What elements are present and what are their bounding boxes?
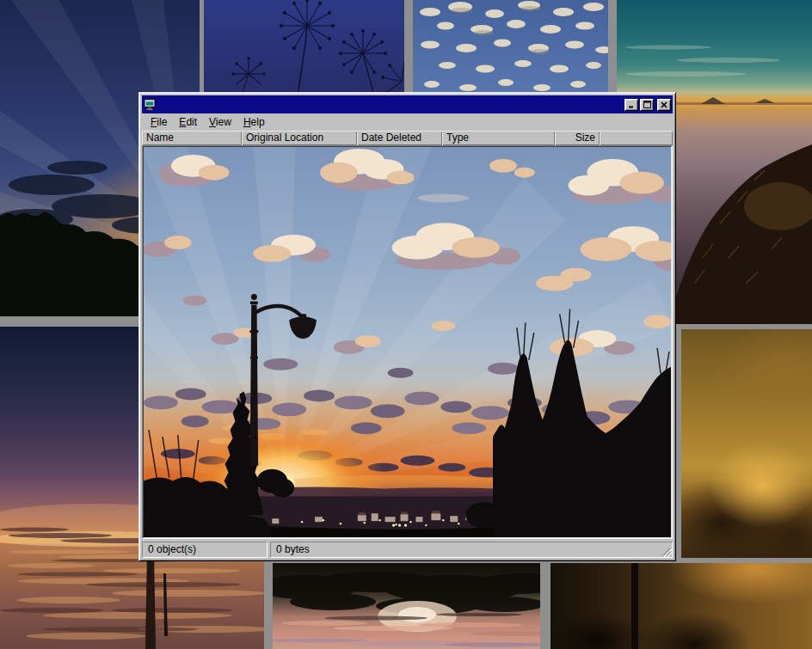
background-photo-amber-lamp-post <box>551 563 812 649</box>
title-bar[interactable] <box>142 95 673 113</box>
status-size-text: 0 bytes <box>276 543 310 555</box>
pink-water-art <box>273 563 540 649</box>
column-header-type[interactable]: Type <box>442 131 555 145</box>
status-size: 0 bytes <box>270 542 673 558</box>
background-photo-pink-water-reflections <box>273 563 540 649</box>
file-list-area[interactable] <box>142 145 673 539</box>
menu-view[interactable]: View <box>203 114 237 130</box>
column-header-original-location[interactable]: Original Location <box>242 131 357 145</box>
close-button[interactable] <box>657 99 671 111</box>
desktop: { "window": { "title": "", "system_icon"… <box>0 0 812 649</box>
menu-edit[interactable]: Edit <box>173 114 203 130</box>
resize-grip[interactable] <box>661 546 672 557</box>
minimize-icon <box>628 101 635 108</box>
maximize-button[interactable] <box>640 99 654 111</box>
column-header-filler <box>600 131 673 145</box>
column-header-name[interactable]: Name <box>142 131 242 145</box>
column-header-bar: Name Original Location Date Deleted Type… <box>142 131 673 145</box>
status-bar: 0 object(s) 0 bytes <box>142 542 673 558</box>
background-photo-golden-blur <box>681 329 812 558</box>
altocumulus-art <box>413 0 608 103</box>
sunset-lamp-photo <box>144 147 671 537</box>
minimize-button[interactable] <box>624 99 638 111</box>
column-header-size[interactable]: Size <box>555 131 600 145</box>
menu-file[interactable]: File <box>145 114 173 130</box>
column-header-date-deleted[interactable]: Date Deleted <box>357 131 442 145</box>
file-list-viewport <box>143 146 672 538</box>
maximize-icon <box>643 101 651 108</box>
background-photo-seed-umbels <box>204 0 404 103</box>
close-icon <box>661 101 667 108</box>
menu-help[interactable]: Help <box>237 114 271 130</box>
menu-bar: File Edit View Help <box>142 113 673 131</box>
status-object-count: 0 object(s) <box>142 542 268 558</box>
seed-umbels-art <box>204 0 404 103</box>
recycle-bin-window: File Edit View Help Name Original Locati… <box>138 92 676 561</box>
computer-icon[interactable] <box>144 99 157 111</box>
lamp-post-pole-silhouette <box>631 563 638 649</box>
background-photo-altocumulus-sky <box>413 0 608 103</box>
